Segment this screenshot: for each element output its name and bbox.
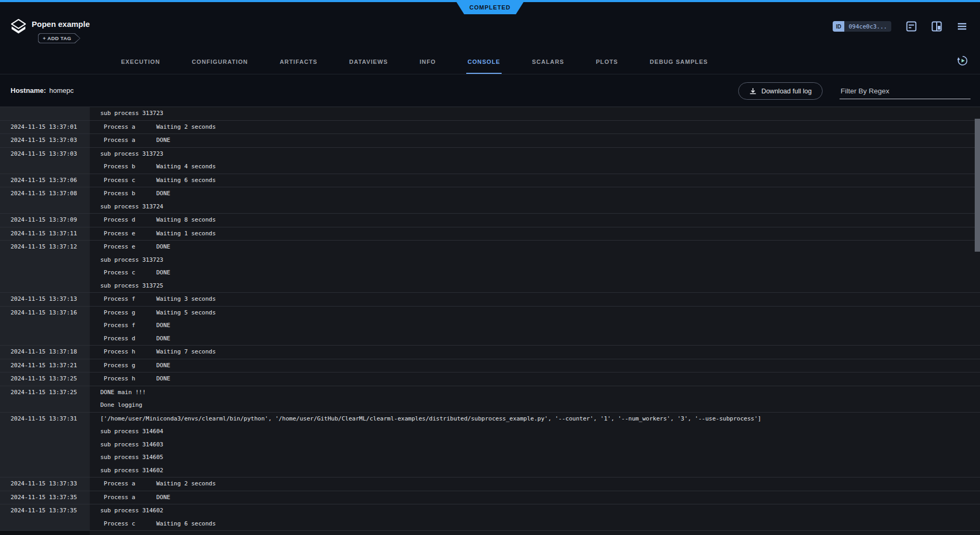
add-tag-button[interactable]: + ADD TAG <box>38 33 80 43</box>
log-line: sub process 314602 <box>100 504 980 518</box>
log-line: sub process 313723 <box>100 148 980 161</box>
log-timestamp: 2024-11-15 13:37:31 <box>0 413 90 477</box>
id-badge-value: 094ce0c3... <box>844 21 891 32</box>
log-line: Process d DONE <box>100 332 980 346</box>
task-details-icon[interactable] <box>906 21 917 32</box>
app-logo-icon <box>11 19 26 35</box>
vertical-scrollbar-thumb[interactable] <box>975 119 980 252</box>
layout-icon[interactable] <box>931 21 942 32</box>
log-entry: 2024-11-15 13:37:09 Process d Waiting 8 … <box>0 213 980 227</box>
log-messages: Process e DONEsub process 313723 Process… <box>90 241 980 292</box>
log-entry: 2024-11-15 13:37:03 Process a DONE <box>0 133 980 147</box>
log-line: Process b Waiting 4 seconds <box>100 160 980 174</box>
menu-icon[interactable] <box>957 21 967 32</box>
tab-label: PLOTS <box>595 59 619 74</box>
log-timestamp: 2024-11-15 13:37:35 <box>0 491 90 504</box>
download-full-log-button[interactable]: Download full log <box>738 82 823 100</box>
download-button-label: Download full log <box>761 88 812 95</box>
log-entry: 2024-11-15 13:37:13 Process f Waiting 3 … <box>0 292 980 306</box>
log-entry: 2024-11-15 13:37:12 Process e DONEsub pr… <box>0 240 980 292</box>
tab-debug-samples[interactable]: DEBUG SAMPLES <box>634 59 724 74</box>
log-entry: 2024-11-15 13:37:03sub process 313723 Pr… <box>0 147 980 174</box>
log-timestamp: 2024-11-15 13:37:25 <box>0 372 90 386</box>
tab-scalars[interactable]: SCALARS <box>516 59 580 74</box>
log-messages: sub process 313723 Process b Waiting 4 s… <box>90 148 980 174</box>
filter-regex-input[interactable] <box>840 83 970 99</box>
log-messages: Process e Waiting 1 seconds <box>90 227 980 241</box>
log-timestamp: 2024-11-15 13:37:09 <box>0 214 90 227</box>
log-line: ['/home/user/Miniconda3/envs/clearml/bin… <box>100 413 980 426</box>
log-timestamp: 2024-11-15 13:37:16 <box>0 307 90 346</box>
log-messages: Process d Waiting 8 seconds <box>90 214 980 227</box>
log-entry: 2024-11-15 13:37:11 Process e Waiting 1 … <box>0 227 980 241</box>
log-messages: Process a Waiting 2 seconds <box>90 477 980 491</box>
log-timestamp: 2024-11-15 13:37:33 <box>0 477 90 491</box>
log-messages: sub process 314602 Process c Waiting 6 s… <box>90 504 980 530</box>
log-line: Process c Waiting 6 seconds <box>100 174 980 187</box>
log-entry-partial <box>0 530 980 535</box>
log-line: Process f Waiting 3 seconds <box>100 293 980 306</box>
log-entry: 2024-11-15 13:37:25DONE main !!!Done log… <box>0 386 980 412</box>
log-timestamp: 2024-11-15 13:37:03 <box>0 134 90 147</box>
log-entry: 2024-11-15 13:37:33 Process a Waiting 2 … <box>0 477 980 491</box>
log-line: Process c Waiting 6 seconds <box>100 518 980 531</box>
tab-dataviews[interactable]: DATAVIEWS <box>333 59 403 74</box>
log-line: sub process 313723 <box>100 107 980 120</box>
tab-info[interactable]: INFO <box>404 59 452 74</box>
log-messages: Process b DONEsub process 313724 <box>90 187 980 213</box>
log-timestamp: 2024-11-15 13:37:01 <box>0 121 90 134</box>
log-line: sub process 314604 <box>100 425 980 438</box>
console-log: sub process 3137232024-11-15 13:37:01 Pr… <box>0 107 980 535</box>
tab-console[interactable]: CONSOLE <box>451 59 516 74</box>
tab-label: INFO <box>419 59 437 74</box>
log-timestamp: 2024-11-15 13:37:08 <box>0 187 90 213</box>
log-messages: Process f Waiting 3 seconds <box>90 293 980 306</box>
log-messages: Process g DONE <box>90 359 980 372</box>
tab-label: EXECUTION <box>120 59 161 74</box>
log-timestamp: 2024-11-15 13:37:13 <box>0 293 90 306</box>
tab-label: DATAVIEWS <box>348 59 389 74</box>
log-timestamp: 2024-11-15 13:37:11 <box>0 227 90 241</box>
log-line: Process c DONE <box>100 266 980 280</box>
log-line: Process d Waiting 8 seconds <box>100 214 980 227</box>
log-messages: Process a DONE <box>90 134 980 147</box>
log-messages: Process c Waiting 6 seconds <box>90 174 980 187</box>
refresh-icon[interactable] <box>957 55 968 66</box>
log-timestamp: 2024-11-15 13:37:18 <box>0 346 90 359</box>
log-line: Process e Waiting 1 seconds <box>100 227 980 241</box>
tab-configuration[interactable]: CONFIGURATION <box>176 59 263 74</box>
log-entry: 2024-11-15 13:37:08 Process b DONEsub pr… <box>0 187 980 213</box>
log-timestamp: 2024-11-15 13:37:35 <box>0 504 90 530</box>
tab-label: ARTIFACTS <box>279 59 319 74</box>
hostname-label: Hostname: <box>11 87 46 94</box>
console-toolbar: Hostname:homepc Download full log <box>0 74 980 107</box>
log-timestamp <box>0 107 90 120</box>
log-timestamp <box>0 531 90 535</box>
log-entry: 2024-11-15 13:37:31['/home/user/Minicond… <box>0 412 980 477</box>
tab-plots[interactable]: PLOTS <box>580 59 634 74</box>
id-badge[interactable]: ID 094ce0c3... <box>833 21 891 32</box>
log-line: Process g Waiting 5 seconds <box>100 307 980 320</box>
log-line: sub process 314602 <box>100 464 980 477</box>
log-messages: sub process 313723 <box>90 107 980 120</box>
tab-artifacts[interactable]: ARTIFACTS <box>264 59 334 74</box>
log-messages: Process h Waiting 7 seconds <box>90 346 980 359</box>
log-line: Done logging <box>100 399 980 412</box>
log-line: Process b DONE <box>100 187 980 200</box>
tab-label: CONFIGURATION <box>191 59 249 74</box>
clearml-task-page: COMPLETED Popen example + ADD TAG ID 094… <box>0 0 980 535</box>
id-badge-label: ID <box>833 21 844 32</box>
hostname: Hostname:homepc <box>11 87 73 94</box>
log-line: Process a DONE <box>100 134 980 147</box>
log-timestamp: 2024-11-15 13:37:12 <box>0 241 90 292</box>
log-entry: 2024-11-15 13:37:25 Process h DONE <box>0 372 980 386</box>
log-line: sub process 313723 <box>100 254 980 267</box>
log-entry: 2024-11-15 13:37:35sub process 314602 Pr… <box>0 504 980 530</box>
header-actions: ID 094ce0c3... <box>833 21 967 32</box>
log-messages: Process g Waiting 5 seconds Process f DO… <box>90 307 980 346</box>
log-timestamp: 2024-11-15 13:37:06 <box>0 174 90 187</box>
log-entry: 2024-11-15 13:37:16 Process g Waiting 5 … <box>0 306 980 346</box>
log-entry: 2024-11-15 13:37:06 Process c Waiting 6 … <box>0 174 980 187</box>
tab-execution[interactable]: EXECUTION <box>105 59 176 74</box>
log-line: sub process 314605 <box>100 451 980 464</box>
